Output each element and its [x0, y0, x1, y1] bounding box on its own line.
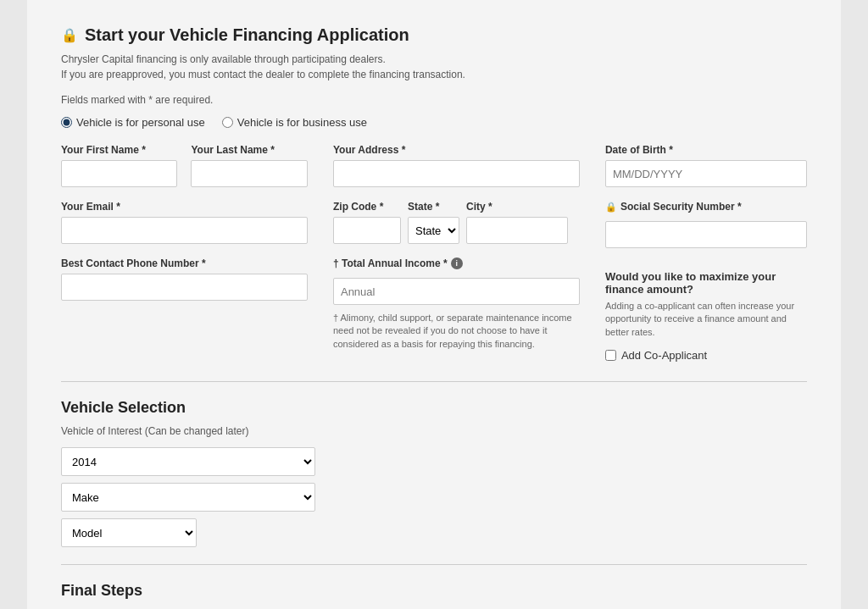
divider-2: [61, 564, 807, 565]
make-select[interactable]: Make ChryslerDodgeJeepRam: [61, 483, 315, 512]
email-input[interactable]: [61, 217, 308, 244]
vehicle-selection-section: Vehicle Selection Vehicle of Interest (C…: [61, 399, 807, 547]
personal-use-radio-label[interactable]: Vehicle is for personal use: [61, 116, 205, 129]
ssn-label-row: 🔒 Social Security Number *: [605, 201, 807, 213]
maximize-desc: Adding a co-applicant can often increase…: [605, 300, 807, 339]
first-name-field: Your First Name *: [61, 144, 177, 187]
model-select[interactable]: Model: [61, 518, 197, 547]
last-name-label: Your Last Name *: [191, 144, 307, 156]
state-label: State *: [408, 201, 459, 213]
form-center-col: Your Address * Zip Code * State * State …: [333, 144, 580, 364]
dob-input[interactable]: [605, 160, 807, 187]
business-use-radio-label[interactable]: Vehicle is for business use: [222, 116, 367, 129]
name-row: Your First Name * Your Last Name *: [61, 144, 308, 187]
address-input[interactable]: [333, 160, 580, 187]
zip-state-city-row: Zip Code * State * State ALAKAZAR CACOCT…: [333, 201, 580, 244]
city-label: City *: [466, 201, 568, 213]
dob-label: Date of Birth *: [605, 144, 807, 156]
last-name-field: Your Last Name *: [191, 144, 307, 187]
email-label: Your Email *: [61, 201, 308, 213]
last-name-input[interactable]: [191, 160, 307, 187]
zip-label: Zip Code *: [333, 201, 401, 213]
phone-field: Best Contact Phone Number *: [61, 257, 308, 301]
vehicle-selects: 2014 201320152016 2017201820192020 Make …: [61, 447, 315, 547]
income-label-row: † Total Annual Income * i: [333, 257, 580, 269]
co-applicant-section: Would you like to maximize your finance …: [605, 262, 807, 362]
page-container: 🔒 Start your Vehicle Financing Applicati…: [27, 0, 841, 609]
vehicle-subtitle: Vehicle of Interest (Can be changed late…: [61, 425, 807, 437]
ssn-input[interactable]: [605, 221, 807, 248]
vehicle-use-group: Vehicle is for personal use Vehicle is f…: [61, 116, 807, 129]
address-label: Your Address *: [333, 144, 580, 156]
ssn-lock-icon: 🔒: [605, 202, 617, 213]
address-field: Your Address *: [333, 144, 580, 187]
income-input[interactable]: [333, 278, 580, 305]
section-header: 🔒 Start your Vehicle Financing Applicati…: [61, 25, 807, 45]
business-use-radio[interactable]: [222, 117, 233, 128]
first-name-input[interactable]: [61, 160, 177, 187]
required-note: Fields marked with * are required.: [61, 94, 807, 106]
add-co-applicant-checkbox[interactable]: [605, 350, 616, 361]
income-field: † Total Annual Income * i † Alimony, chi…: [333, 257, 580, 351]
ssn-field: 🔒 Social Security Number *: [605, 201, 807, 248]
phone-input[interactable]: [61, 274, 308, 301]
first-name-label: Your First Name *: [61, 144, 177, 156]
personal-use-radio[interactable]: [61, 117, 72, 128]
subtitle: Chrysler Capital financing is only avail…: [61, 52, 807, 82]
zip-subfield: Zip Code *: [333, 201, 401, 244]
divider-1: [61, 381, 807, 382]
dob-field: Date of Birth *: [605, 144, 807, 187]
income-note: † Alimony, child support, or separate ma…: [333, 312, 580, 351]
city-input[interactable]: [466, 217, 568, 244]
income-info-icon[interactable]: i: [451, 257, 463, 269]
form-right-col: Date of Birth * 🔒 Social Security Number…: [605, 144, 807, 364]
income-label: † Total Annual Income *: [333, 257, 448, 269]
maximize-title: Would you like to maximize your finance …: [605, 270, 807, 296]
state-subfield: State * State ALAKAZAR CACOCTDE FLGAHIID…: [408, 201, 459, 244]
zip-input[interactable]: [333, 217, 401, 244]
main-form: Your First Name * Your Last Name * Your …: [61, 144, 807, 364]
form-left-col: Your First Name * Your Last Name * Your …: [61, 144, 308, 364]
vehicle-selection-title: Vehicle Selection: [61, 399, 807, 417]
final-steps-title: Final Steps: [61, 582, 807, 600]
phone-label: Best Contact Phone Number *: [61, 257, 308, 269]
year-select[interactable]: 2014 201320152016 2017201820192020: [61, 447, 315, 476]
add-co-applicant-checkbox-label[interactable]: Add Co-Applicant: [605, 349, 807, 362]
zip-state-city-field: Zip Code * State * State ALAKAZAR CACOCT…: [333, 201, 580, 244]
city-subfield: City *: [466, 201, 568, 244]
email-field: Your Email *: [61, 201, 308, 244]
lock-icon: 🔒: [61, 27, 78, 43]
ssn-label: Social Security Number *: [620, 201, 742, 213]
page-title: Start your Vehicle Financing Application: [85, 25, 409, 45]
final-steps-section: Final Steps Security Checkpoint 205285 D…: [61, 582, 807, 609]
state-select[interactable]: State ALAKAZAR CACOCTDE FLGAHIID ILINIAK…: [408, 217, 459, 244]
